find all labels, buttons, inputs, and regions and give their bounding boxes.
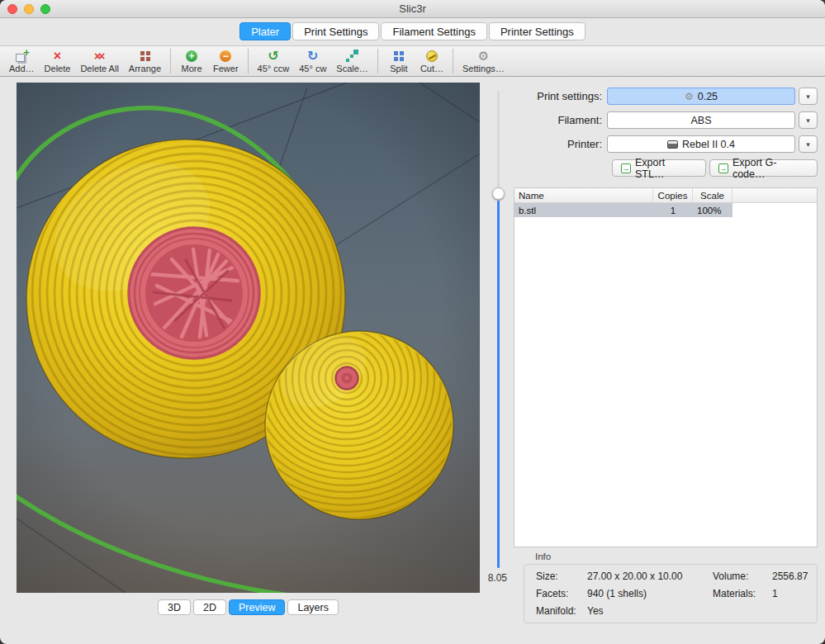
chevron-down-icon <box>806 140 810 149</box>
slic3r-window: Slic3r Plater Print Settings Filament Se… <box>0 0 825 644</box>
filament-dropdown-button[interactable] <box>799 111 818 129</box>
print-settings-label: Print settings: <box>514 90 607 102</box>
more-icon <box>186 50 197 62</box>
export-gcode-button[interactable]: Export G-code… <box>709 159 818 177</box>
cut-button[interactable]: Cut… <box>416 49 448 74</box>
main-tabs: Plater Print Settings Filament Settings … <box>0 22 825 40</box>
split-icon <box>393 50 404 61</box>
fewer-icon <box>220 50 231 62</box>
tab-plater[interactable]: Plater <box>239 22 291 40</box>
table-row[interactable]: b.stl 1 100% <box>514 203 817 217</box>
chevron-down-icon <box>806 92 810 101</box>
plater-toolbar: Add… Delete Delete All Arrange More Fewe… <box>0 45 825 77</box>
rotate-ccw-button[interactable]: 45° ccw <box>254 49 294 74</box>
delete-all-button[interactable]: Delete All <box>76 49 122 74</box>
tab-layers[interactable]: Layers <box>287 599 339 615</box>
object-list-header: Name Copies Scale <box>514 188 817 203</box>
cut-icon <box>426 50 438 62</box>
split-button[interactable]: Split <box>383 49 415 74</box>
arrange-icon <box>140 50 150 61</box>
delete-button[interactable]: Delete <box>40 49 75 74</box>
toolbar-separator <box>453 49 453 73</box>
tab-preview[interactable]: Preview <box>229 599 285 615</box>
preview-scene <box>17 83 480 593</box>
column-header-filler <box>733 188 817 202</box>
export-box-icon <box>621 163 631 173</box>
chevron-down-icon <box>806 116 810 125</box>
printer-dropdown-button[interactable] <box>799 135 818 153</box>
zoom-icon[interactable] <box>40 4 50 14</box>
print-settings-combo[interactable]: 0.25 <box>607 88 795 105</box>
materials-value: 1 <box>772 588 810 599</box>
tab-print-settings[interactable]: Print Settings <box>292 22 379 40</box>
layer-slider[interactable] <box>492 91 504 568</box>
settings-panel: Print settings: 0.25 Filament: ABS Print… <box>514 88 818 623</box>
layer-height-value: 8.05 <box>477 572 507 584</box>
volume-label: Volume: <box>713 571 772 582</box>
materials-label: Materials: <box>713 588 772 599</box>
facets-label: Facets: <box>536 588 587 599</box>
filament-combo[interactable]: ABS <box>607 111 795 129</box>
viewport-3d[interactable] <box>17 83 480 593</box>
delete-all-icon <box>94 50 105 62</box>
add-icon <box>16 50 28 62</box>
column-header-copies: Copies <box>653 188 693 202</box>
info-group: Size: 27.00 x 20.00 x 10.00 Volume: 2556… <box>524 564 818 623</box>
toolbar-separator <box>170 49 171 73</box>
info-group-title: Info <box>535 552 818 561</box>
size-label: Size: <box>536 571 587 582</box>
settings-button[interactable]: Settings… <box>458 49 509 74</box>
minimize-icon[interactable] <box>24 4 34 14</box>
column-header-name: Name <box>514 188 653 202</box>
close-icon[interactable] <box>7 4 17 14</box>
toolbar-separator <box>248 49 249 73</box>
window-controls <box>7 4 50 14</box>
view-mode-tabs: 3D 2D Preview Layers <box>17 599 480 615</box>
delete-icon <box>54 50 61 63</box>
tab-printer-settings[interactable]: Printer Settings <box>489 22 586 40</box>
tab-2d[interactable]: 2D <box>193 599 226 615</box>
rotate-cw-button[interactable]: 45° cw <box>295 49 330 74</box>
manifold-label: Manifold: <box>536 605 587 617</box>
manifold-value: Yes <box>587 605 713 617</box>
gear-icon <box>685 92 694 102</box>
column-header-scale: Scale <box>693 188 733 202</box>
export-stl-button[interactable]: Export STL… <box>612 159 706 177</box>
scale-button[interactable]: Scale… <box>332 49 372 74</box>
settings-icon <box>478 50 489 62</box>
printer-label: Printer: <box>514 138 607 150</box>
size-value: 27.00 x 20.00 x 10.00 <box>587 571 713 582</box>
tab-filament-settings[interactable]: Filament Settings <box>381 22 486 40</box>
scale-icon <box>346 50 358 62</box>
titlebar: Slic3r <box>0 0 825 18</box>
export-box-icon <box>718 163 728 173</box>
filament-label: Filament: <box>514 114 607 126</box>
facets-value: 940 (1 shells) <box>587 588 713 599</box>
arrange-button[interactable]: Arrange <box>125 49 165 74</box>
printer-combo[interactable]: Rebel II 0.4 <box>607 135 795 153</box>
rotate-cw-icon <box>307 50 318 63</box>
fewer-button[interactable]: Fewer <box>209 49 243 74</box>
add-button[interactable]: Add… <box>5 49 39 74</box>
printer-icon <box>667 140 678 149</box>
slider-thumb[interactable] <box>492 187 505 200</box>
window-title: Slic3r <box>399 2 426 15</box>
toolbar-separator <box>377 49 378 73</box>
rotate-ccw-icon <box>268 50 278 63</box>
volume-value: 2556.87 <box>772 571 810 582</box>
print-settings-dropdown-button[interactable] <box>799 88 818 105</box>
object-list[interactable]: Name Copies Scale b.stl 1 100% <box>514 187 818 547</box>
more-button[interactable]: More <box>176 49 207 74</box>
tab-3d[interactable]: 3D <box>158 599 191 615</box>
slider-fill <box>497 201 500 568</box>
